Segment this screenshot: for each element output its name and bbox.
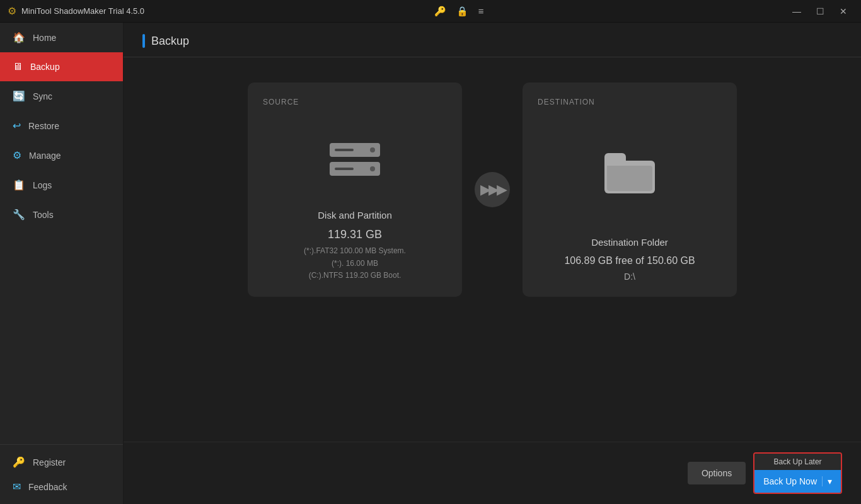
backup-button-group: Back Up Later Back Up Now ▾ bbox=[753, 452, 842, 494]
sync-icon: 🔄 bbox=[13, 90, 25, 102]
sidebar: 🏠 Home 🖥 Backup 🔄 Sync ↩ Restore ⚙ Manag… bbox=[0, 23, 124, 504]
sidebar-bottom: 🔑 Register ✉ Feedback bbox=[0, 444, 123, 504]
disk-icon bbox=[330, 143, 380, 176]
close-button[interactable]: ✕ bbox=[833, 6, 853, 17]
arrow-icon: ▶▶▶ bbox=[480, 181, 505, 198]
restore-icon: ↩ bbox=[13, 120, 21, 132]
source-name: Disk and Partition bbox=[318, 210, 392, 220]
source-detail-line3: (C:).NTFS 119.20 GB Boot. bbox=[309, 271, 402, 280]
register-label: Register bbox=[33, 457, 66, 467]
logs-label: Logs bbox=[33, 180, 52, 190]
home-label: Home bbox=[33, 33, 56, 43]
feedback-icon: ✉ bbox=[13, 481, 21, 493]
backup-label: Backup bbox=[30, 62, 60, 72]
window-controls: — ☐ ✕ bbox=[786, 6, 853, 17]
destination-name: Destination Folder bbox=[591, 237, 668, 248]
sidebar-item-feedback[interactable]: ✉ Feedback bbox=[0, 474, 123, 499]
disk-bar-2 bbox=[330, 162, 380, 176]
page-title: Backup bbox=[151, 35, 189, 48]
sidebar-item-restore[interactable]: ↩ Restore bbox=[0, 111, 123, 140]
destination-free: 106.89 GB free of 150.60 GB bbox=[564, 255, 695, 266]
sidebar-item-home[interactable]: 🏠 Home bbox=[0, 23, 123, 52]
destination-label: DESTINATION bbox=[538, 98, 595, 106]
backup-icon: 🖥 bbox=[13, 61, 23, 72]
source-detail: (*:).FAT32 100.00 MB System. (*:). 16.00… bbox=[304, 245, 406, 282]
sidebar-item-manage[interactable]: ⚙ Manage bbox=[0, 140, 123, 170]
header-bar-accent bbox=[142, 34, 145, 48]
content-area: Backup SOURCE Disk and Partition 119.31 … bbox=[124, 23, 861, 504]
titlebar: ⚙ MiniTool ShadowMaker Trial 4.5.0 🔑 🔒 ≡… bbox=[0, 0, 861, 23]
register-icon: 🔑 bbox=[13, 456, 25, 468]
sidebar-item-backup[interactable]: 🖥 Backup bbox=[0, 52, 123, 81]
manage-label: Manage bbox=[29, 151, 61, 161]
lock-icon[interactable]: 🔒 bbox=[456, 6, 468, 17]
backup-area: SOURCE Disk and Partition 119.31 GB (*:)… bbox=[124, 57, 861, 442]
destination-card[interactable]: DESTINATION Destination Folder 106.89 GB… bbox=[523, 83, 737, 297]
source-label: SOURCE bbox=[263, 98, 299, 106]
main-layout: 🏠 Home 🖥 Backup 🔄 Sync ↩ Restore ⚙ Manag… bbox=[0, 23, 861, 504]
options-button[interactable]: Options bbox=[688, 462, 746, 484]
action-bar: Options Back Up Later Back Up Now ▾ bbox=[124, 442, 861, 504]
source-card[interactable]: SOURCE Disk and Partition 119.31 GB (*:)… bbox=[248, 83, 462, 297]
app-title: MiniTool ShadowMaker Trial 4.5.0 bbox=[21, 6, 144, 16]
destination-icon-area bbox=[604, 119, 655, 227]
key-icon[interactable]: 🔑 bbox=[434, 6, 446, 17]
feedback-label: Feedback bbox=[28, 482, 67, 492]
backup-later-button[interactable]: Back Up Later bbox=[754, 454, 841, 470]
page-header: Backup bbox=[124, 23, 861, 57]
title-icons: 🔑 🔒 ≡ bbox=[434, 6, 484, 17]
source-detail-line2: (*:). 16.00 MB bbox=[332, 259, 378, 268]
app-logo: ⚙ MiniTool ShadowMaker Trial 4.5.0 bbox=[8, 5, 144, 17]
restore-label: Restore bbox=[28, 121, 59, 131]
folder-body bbox=[604, 161, 655, 193]
destination-path: D:\ bbox=[624, 272, 635, 282]
home-icon: 🏠 bbox=[13, 32, 25, 43]
manage-icon: ⚙ bbox=[13, 149, 21, 161]
sidebar-item-tools[interactable]: 🔧 Tools bbox=[0, 200, 123, 229]
minimize-button[interactable]: — bbox=[786, 6, 807, 17]
sidebar-item-register[interactable]: 🔑 Register bbox=[0, 450, 123, 474]
sidebar-item-sync[interactable]: 🔄 Sync bbox=[0, 81, 123, 111]
sidebar-item-logs[interactable]: 📋 Logs bbox=[0, 170, 123, 200]
cards-row: SOURCE Disk and Partition 119.31 GB (*:)… bbox=[149, 76, 836, 303]
maximize-button[interactable]: ☐ bbox=[810, 6, 831, 17]
source-size: 119.31 GB bbox=[328, 228, 382, 241]
tools-icon: 🔧 bbox=[13, 209, 25, 220]
source-icon-area bbox=[330, 119, 380, 200]
direction-arrow: ▶▶▶ bbox=[475, 172, 510, 207]
folder-body-inner bbox=[607, 166, 652, 191]
disk-bar-1 bbox=[330, 143, 380, 157]
tools-label: Tools bbox=[33, 210, 54, 220]
sync-label: Sync bbox=[33, 91, 52, 101]
folder-icon bbox=[604, 153, 655, 193]
menu-icon[interactable]: ≡ bbox=[478, 6, 484, 16]
dropdown-arrow-icon[interactable]: ▾ bbox=[822, 476, 832, 486]
logs-icon: 📋 bbox=[13, 179, 25, 191]
backup-now-button[interactable]: Back Up Now ▾ bbox=[754, 470, 841, 493]
source-detail-line1: (*:).FAT32 100.00 MB System. bbox=[304, 246, 406, 255]
backup-now-label: Back Up Now bbox=[763, 476, 817, 486]
app-logo-icon: ⚙ bbox=[8, 5, 16, 17]
